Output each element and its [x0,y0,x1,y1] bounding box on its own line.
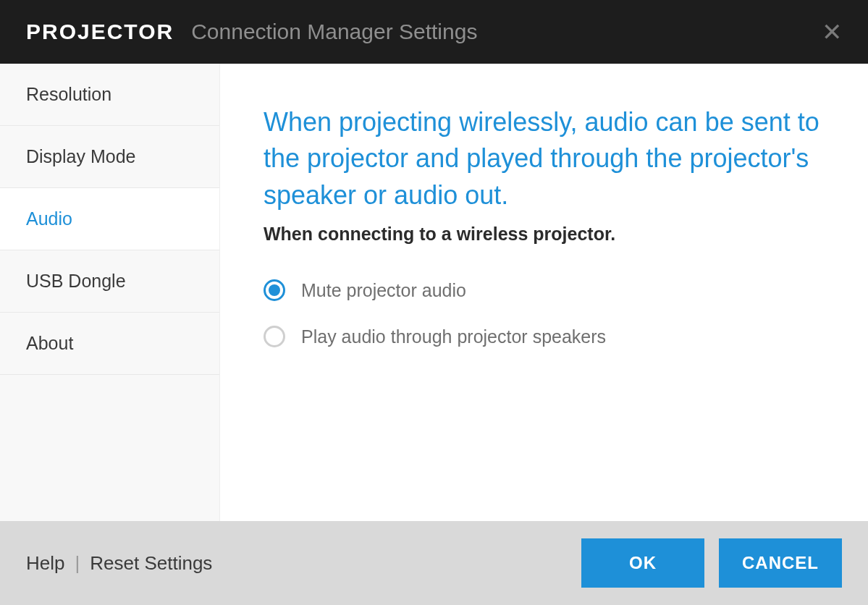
help-link[interactable]: Help [26,552,64,575]
main-content: When projecting wirelessly, audio can be… [220,64,868,521]
radio-label: Mute projector audio [301,280,466,301]
footer-left: Help | Reset Settings [26,552,212,575]
radio-icon [264,326,285,347]
sidebar: Resolution Display Mode Audio USB Dongle… [0,64,220,521]
sidebar-item-about[interactable]: About [0,313,219,375]
radio-label: Play audio through projector speakers [301,326,606,347]
reset-settings-link[interactable]: Reset Settings [90,552,212,575]
sidebar-item-label: About [26,333,73,353]
sidebar-item-label: USB Dongle [26,271,126,291]
sidebar-item-audio[interactable]: Audio [0,188,219,250]
cancel-button[interactable]: CANCEL [719,538,842,588]
footer-right: OK CANCEL [581,538,842,588]
sidebar-item-label: Resolution [26,84,111,104]
radio-option-play[interactable]: Play audio through projector speakers [264,326,825,347]
radio-dot-icon [269,284,280,296]
sidebar-item-label: Display Mode [26,146,135,166]
header-brand: PROJECTOR [26,20,174,44]
sidebar-item-usb-dongle[interactable]: USB Dongle [0,250,219,313]
audio-radio-group: Mute projector audio Play audio through … [264,279,825,347]
header-subtitle: Connection Manager Settings [191,20,477,44]
sidebar-item-display-mode[interactable]: Display Mode [0,126,219,188]
close-icon[interactable]: ✕ [822,17,842,46]
radio-icon [264,279,285,301]
ok-button[interactable]: OK [581,538,704,588]
sidebar-item-resolution[interactable]: Resolution [0,64,219,126]
body-area: Resolution Display Mode Audio USB Dongle… [0,64,868,521]
footer-separator: | [75,552,80,575]
footer-bar: Help | Reset Settings OK CANCEL [0,521,868,605]
sidebar-item-label: Audio [26,208,72,229]
page-intro: When projecting wirelessly, audio can be… [264,104,825,213]
page-subtitle: When connecting to a wireless projector. [264,224,825,245]
radio-option-mute[interactable]: Mute projector audio [264,279,825,301]
header-bar: PROJECTOR Connection Manager Settings ✕ [0,0,868,64]
